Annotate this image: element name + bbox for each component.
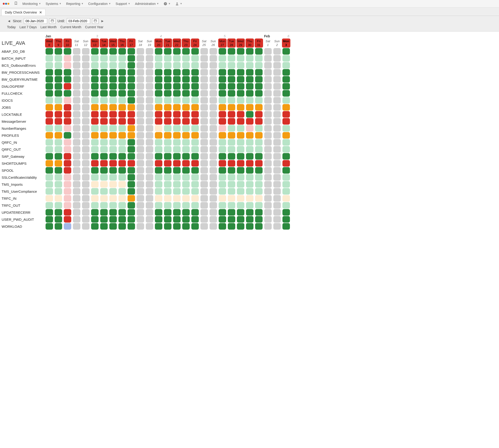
status-cell[interactable] (245, 76, 254, 83)
status-cell[interactable] (182, 223, 190, 230)
status-cell[interactable] (91, 223, 99, 230)
status-cell[interactable] (282, 55, 290, 62)
status-cell[interactable] (127, 76, 136, 83)
status-cell[interactable] (236, 209, 245, 216)
check-label[interactable]: QRFC_IN (2, 139, 44, 146)
status-cell[interactable] (273, 223, 281, 230)
day-header[interactable]: Mon27 (218, 38, 227, 48)
day-header[interactable]: Mon20 (155, 38, 163, 48)
status-cell[interactable] (273, 76, 281, 83)
status-cell[interactable] (164, 48, 172, 55)
status-cell[interactable] (236, 118, 245, 125)
status-cell[interactable] (282, 83, 290, 90)
status-cell[interactable] (273, 146, 281, 153)
status-cell[interactable] (82, 153, 90, 160)
status-cell[interactable] (218, 160, 227, 167)
status-cell[interactable] (118, 167, 126, 174)
status-cell[interactable] (54, 174, 63, 181)
status-cell[interactable] (109, 62, 117, 69)
status-cell[interactable] (164, 174, 172, 181)
status-cell[interactable] (100, 223, 108, 230)
day-header[interactable]: Sun12 (82, 38, 90, 48)
status-cell[interactable] (264, 83, 272, 90)
status-cell[interactable] (82, 97, 90, 104)
status-cell[interactable] (109, 118, 117, 125)
status-cell[interactable] (45, 55, 53, 62)
status-cell[interactable] (255, 223, 263, 230)
status-cell[interactable] (245, 55, 254, 62)
status-cell[interactable] (72, 90, 81, 96)
status-cell[interactable] (227, 160, 236, 167)
status-cell[interactable] (173, 202, 181, 208)
status-cell[interactable] (45, 216, 53, 223)
status-cell[interactable] (82, 223, 90, 230)
status-cell[interactable] (273, 83, 281, 90)
status-cell[interactable] (245, 223, 254, 230)
status-cell[interactable] (182, 97, 190, 104)
status-cell[interactable] (118, 62, 126, 69)
status-cell[interactable] (173, 83, 181, 90)
status-cell[interactable] (164, 104, 172, 111)
status-cell[interactable] (209, 76, 218, 83)
status-cell[interactable] (218, 90, 227, 96)
status-cell[interactable] (255, 76, 263, 83)
status-cell[interactable] (209, 111, 218, 118)
check-label[interactable]: TRFC_IN (2, 195, 44, 202)
status-cell[interactable] (63, 167, 72, 174)
check-label[interactable]: QRFC_OUT (2, 146, 44, 153)
status-cell[interactable] (45, 202, 53, 208)
status-cell[interactable] (236, 125, 245, 132)
status-cell[interactable] (264, 132, 272, 139)
bookmark-icon[interactable] (14, 1, 18, 6)
status-cell[interactable] (209, 160, 218, 167)
status-cell[interactable] (200, 97, 208, 104)
status-cell[interactable] (118, 104, 126, 111)
status-cell[interactable] (63, 83, 72, 90)
status-cell[interactable] (63, 55, 72, 62)
status-cell[interactable] (227, 174, 236, 181)
status-cell[interactable] (236, 48, 245, 55)
status-cell[interactable] (109, 83, 117, 90)
status-cell[interactable] (273, 216, 281, 223)
status-cell[interactable] (182, 62, 190, 69)
status-cell[interactable] (100, 97, 108, 104)
status-cell[interactable] (155, 174, 163, 181)
status-cell[interactable] (264, 160, 272, 167)
status-cell[interactable] (264, 139, 272, 146)
status-cell[interactable] (136, 195, 145, 202)
status-cell[interactable] (245, 97, 254, 104)
status-cell[interactable] (218, 146, 227, 153)
status-cell[interactable] (236, 97, 245, 104)
status-cell[interactable] (82, 76, 90, 83)
menu-reporting[interactable]: Reporting ▼ (66, 2, 84, 6)
status-cell[interactable] (109, 55, 117, 62)
status-cell[interactable] (245, 139, 254, 146)
status-cell[interactable] (145, 174, 154, 181)
status-cell[interactable] (91, 118, 99, 125)
status-cell[interactable] (227, 195, 236, 202)
status-cell[interactable] (200, 90, 208, 96)
status-cell[interactable] (164, 83, 172, 90)
status-cell[interactable] (72, 223, 81, 230)
status-cell[interactable] (182, 111, 190, 118)
tab-daily-check-overview[interactable]: Daily Check Overview ✕ (1, 9, 46, 16)
status-cell[interactable] (127, 111, 136, 118)
status-cell[interactable] (136, 111, 145, 118)
status-cell[interactable] (173, 174, 181, 181)
status-cell[interactable] (264, 195, 272, 202)
status-cell[interactable] (72, 132, 81, 139)
status-cell[interactable] (282, 97, 290, 104)
status-cell[interactable] (72, 48, 81, 55)
status-cell[interactable] (54, 90, 63, 96)
status-cell[interactable] (218, 223, 227, 230)
status-cell[interactable] (63, 139, 72, 146)
status-cell[interactable] (191, 69, 199, 76)
status-cell[interactable] (91, 181, 99, 188)
menu-systems[interactable]: Systems ▼ (46, 2, 61, 6)
status-cell[interactable] (218, 188, 227, 195)
status-cell[interactable] (182, 160, 190, 167)
check-label[interactable]: TMS_UserCompliance (2, 188, 44, 195)
status-cell[interactable] (200, 160, 208, 167)
status-cell[interactable] (282, 125, 290, 132)
status-cell[interactable] (264, 216, 272, 223)
